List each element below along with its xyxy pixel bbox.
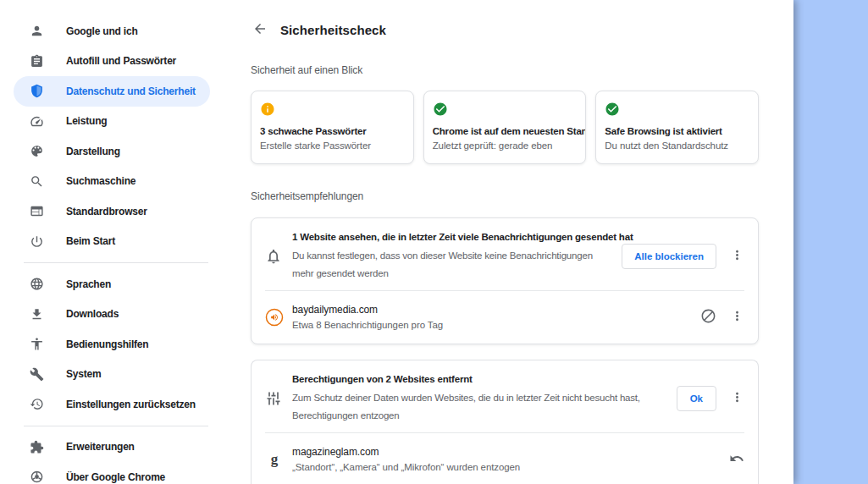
power-icon [30,234,44,249]
overview-card-passwords[interactable]: 3 schwache Passwörter Erstelle starke Pa… [251,91,414,164]
sidebar-item-label: Beim Start [66,235,115,247]
overview-card-safe-browsing[interactable]: Safe Browsing ist aktiviert Du nutzt den… [595,91,759,164]
site-detail: Etwa 8 Benachrichtigungen pro Tag [292,318,694,332]
check-circle-icon [605,102,620,117]
palette-icon [30,144,44,158]
sidebar-item-label: Downloads [66,308,119,320]
block-icon [700,308,716,327]
sidebar-item-label: Darstellung [66,146,120,157]
recommendation-title: Berechtigungen von 2 Websites entfernt [292,372,670,387]
site-actions [722,451,744,469]
sidebar-item-label: Über Google Chrome [66,471,165,483]
recommendation-description: Zum Schutz deiner Daten wurden Websites,… [292,389,670,424]
check-circle-icon [433,102,448,117]
sidebar-item-bedienungshilfen[interactable]: Bedienungshilfen [14,329,210,360]
notifications-text-block: 1 Website ansehen, die in letzter Zeit v… [292,230,615,282]
arrow-back-icon [252,21,268,39]
site-detail: „Standort“, „Kamera“ und „Mikrofon“ wurd… [292,460,722,474]
more-options-button[interactable] [730,248,744,265]
kebab-icon [730,390,744,407]
settings-window: Google und ich Autofill und Passwörter D… [0,0,793,484]
site-domain: magazineglam.com [292,445,722,459]
sidebar-item-label: Leistung [66,115,107,127]
notifications-header-row: 1 Website ansehen, die in letzter Zeit v… [252,218,758,290]
sidebar-item-beim-start[interactable]: Beim Start [14,227,210,257]
site-text-block: baydailymedia.com Etwa 8 Benachrichtigun… [292,303,694,332]
sidebar-item-system[interactable]: System [14,360,210,390]
sidebar-item-standardbrowser[interactable]: Standardbrowser [14,196,210,227]
sidebar-item-label: Sprachen [66,278,111,290]
overview-card-title: Chrome ist auf dem neuesten Stand [433,126,578,136]
sidebar-item-darstellung[interactable]: Darstellung [14,136,210,167]
search-icon [30,174,44,189]
sidebar-item-label: Bedienungshilfen [66,338,148,350]
back-button[interactable] [251,20,269,39]
wrench-icon [30,367,44,382]
page-title: Sicherheitscheck [280,23,386,37]
globe-icon [30,277,44,291]
permissions-actions: Ok [670,386,744,411]
recommendation-title: 1 Website ansehen, die in letzter Zeit v… [292,230,615,245]
sidebar-divider [24,426,208,426]
sidebar-item-label: Standardbrowser [66,206,147,217]
notifications-actions: Alle blockieren [615,244,744,269]
sidebar-item-sprachen[interactable]: Sprachen [14,269,210,300]
site-domain: baydailymedia.com [292,303,694,316]
overview-card-subtitle: Erstelle starke Passwörter [260,140,405,151]
sidebar-item-label: Suchmaschine [66,175,135,187]
site-actions [694,308,744,327]
reset-icon [30,397,44,411]
overview-section-label: Sicherheit auf einen Blick [251,64,759,76]
clipboard-icon [30,54,44,69]
sidebar-item-downloads[interactable]: Downloads [14,300,210,330]
sidebar-item-label: System [66,368,102,380]
sidebar-item-label: Autofill und Passwörter [66,55,176,67]
overview-card-title: 3 schwache Passwörter [260,126,405,136]
permissions-text-block: Berechtigungen von 2 Websites entfernt Z… [292,372,670,424]
site-text-block: magazineglam.com „Standort“, „Kamera“ un… [292,445,722,474]
sidebar-item-ueber-chrome[interactable]: Über Google Chrome [14,462,210,484]
site-row-magazineglam: g magazineglam.com „Standort“, „Kamera“ … [252,433,758,484]
ok-button[interactable]: Ok [677,386,716,411]
puzzle-icon [30,440,44,454]
sidebar-item-autofill[interactable]: Autofill und Passwörter [14,47,210,77]
overview-card-subtitle: Zuletzt geprüft: gerade eben [433,140,578,151]
accessibility-icon [30,337,44,351]
undo-icon [729,451,744,469]
settings-sidebar: Google und ich Autofill und Passwörter D… [0,0,213,484]
permissions-recommendation-card: Berechtigungen von 2 Websites entfernt Z… [251,360,759,484]
tune-icon [265,390,282,407]
shield-icon [30,84,44,98]
kebab-icon [730,248,744,265]
sidebar-item-google-und-ich[interactable]: Google und ich [14,16,210,47]
overview-card-updates[interactable]: Chrome ist auf dem neuesten Stand Zuletz… [423,91,587,164]
overview-card-title: Safe Browsing ist aktiviert [605,126,749,136]
site-favicon-letter: g [265,450,284,469]
sidebar-item-erweiterungen[interactable]: Erweiterungen [14,432,210,463]
download-icon [30,307,44,322]
site-row-baydailymedia: baydailymedia.com Etwa 8 Benachrichtigun… [252,291,758,344]
sidebar-item-label: Erweiterungen [66,441,135,453]
recommendations-section-label: Sicherheitsempfehlungen [251,190,759,202]
kebab-icon [730,309,744,326]
block-site-button[interactable] [700,308,716,327]
sidebar-item-label: Datenschutz und Sicherheit [66,85,196,97]
block-all-button[interactable]: Alle blockieren [622,244,716,269]
site-favicon-speaker-icon [265,308,284,327]
undo-button[interactable] [729,451,744,469]
sidebar-item-suchmaschine[interactable]: Suchmaschine [14,167,210,197]
overview-card-subtitle: Du nutzt den Standardschutz [605,140,749,151]
person-icon [30,24,44,38]
speedometer-icon [30,114,44,129]
sidebar-item-datenschutz[interactable]: Datenschutz und Sicherheit [14,76,210,107]
overview-cards-row: 3 schwache Passwörter Erstelle starke Pa… [251,91,759,164]
warning-icon [260,102,275,117]
sidebar-item-zuruecksetzen[interactable]: Einstellungen zurücksetzen [14,389,210,420]
browser-window-icon [30,204,44,218]
page-header: Sicherheitscheck [251,19,759,40]
more-options-button[interactable] [730,390,744,407]
more-options-button[interactable] [730,309,744,326]
sidebar-item-leistung[interactable]: Leistung [14,107,210,137]
chrome-icon [30,470,44,484]
sidebar-divider [24,262,208,263]
